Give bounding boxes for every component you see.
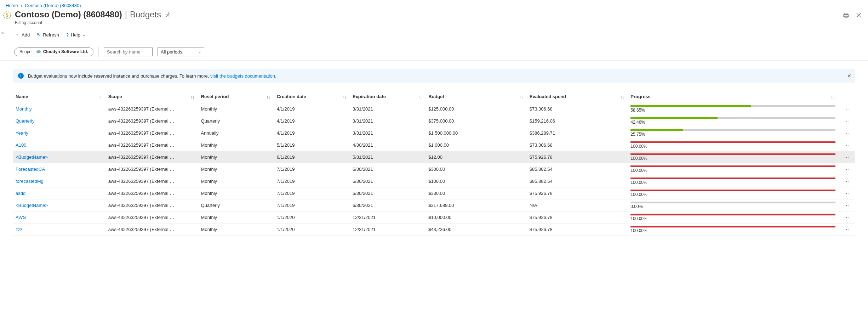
cell-reset: Monthly (198, 151, 274, 163)
row-context-menu-button[interactable]: ⋯ (838, 175, 855, 187)
col-header-reset[interactable]: Reset period↑↓ (198, 91, 274, 103)
cell-spend: $75,926.78 (527, 187, 628, 199)
col-header-creation[interactable]: Creation date↑↓ (274, 91, 350, 103)
table-row[interactable]: <BudgetName>aws-432263259397 (External …… (13, 199, 855, 212)
info-text-pre: Budget evaluations now include reserved … (28, 73, 210, 79)
row-context-menu-button[interactable]: ⋯ (838, 115, 855, 127)
row-context-menu-button[interactable]: ⋯ (838, 139, 855, 151)
table-row[interactable]: A100aws-432263259397 (External …Monthly5… (13, 139, 855, 151)
table-row[interactable]: <BudgetName>aws-432263259397 (External …… (13, 151, 855, 163)
budget-name-link[interactable]: zzz (16, 227, 23, 232)
row-context-menu-button[interactable]: ⋯ (838, 224, 855, 236)
chevron-right-icon: › (21, 4, 22, 8)
cell-budget: $317,688.00 (426, 199, 527, 212)
svg-rect-3 (844, 15, 849, 17)
svg-point-6 (39, 50, 40, 52)
budget-name-link[interactable]: AWS (16, 215, 26, 220)
cell-budget: $375,000.00 (426, 115, 527, 127)
sort-icon: ↑↓ (620, 95, 624, 99)
progress-label: 100.00% (630, 216, 835, 221)
col-header-scope[interactable]: Scope↑↓ (105, 91, 198, 103)
table-row[interactable]: AWSaws-432263259397 (External …Monthly1/… (13, 212, 855, 224)
page-title: Contoso (Demo) (8608480) | Budgets (15, 10, 172, 19)
budget-name-link[interactable]: <BudgetName> (16, 203, 48, 208)
breadcrumb-home[interactable]: Home (6, 3, 18, 8)
table-row[interactable]: ForecastedCAaws-432263259397 (External …… (13, 163, 855, 175)
progress-label: 100.00% (630, 156, 835, 161)
cell-expiration-date: 6/30/2021 (350, 175, 426, 187)
col-header-spend[interactable]: Evaluated spend↑↓ (527, 91, 628, 103)
help-label: Help (71, 32, 80, 38)
help-button[interactable]: ? Help ⌄ (65, 31, 86, 39)
progress-bar (630, 129, 835, 131)
breadcrumb-current[interactable]: Contoso (Demo) (8608480) (25, 3, 81, 8)
table-row[interactable]: Monthlyaws-432263259397 (External …Month… (13, 103, 855, 115)
cell-budget: $10,000.00 (426, 212, 527, 224)
sort-icon: ↑↓ (519, 95, 523, 99)
budget-name-link[interactable]: asdd (16, 191, 25, 196)
col-header-budget[interactable]: Budget↑↓ (426, 91, 527, 103)
row-context-menu-button[interactable]: ⋯ (838, 151, 855, 163)
cell-progress: 100.00% (628, 163, 838, 175)
budget-name-link[interactable]: A100 (16, 142, 26, 148)
period-select[interactable]: All periods ⌄ (158, 47, 204, 56)
dismiss-banner-button[interactable]: ✕ (847, 73, 851, 79)
budget-name-link[interactable]: forecastedMg (16, 179, 44, 184)
col-header-progress[interactable]: Progress↑↓ (628, 91, 838, 103)
col-header-expiration[interactable]: Expiration date↑↓ (350, 91, 426, 103)
print-icon[interactable] (843, 12, 850, 19)
cell-creation-date: 7/1/2019 (274, 199, 350, 212)
svg-rect-2 (844, 13, 848, 15)
table-row[interactable]: Quarterlyaws-432263259397 (External …Qua… (13, 115, 855, 127)
progress-label: 25.75% (630, 132, 835, 137)
sort-icon: ↑↓ (342, 95, 346, 99)
refresh-button[interactable]: ↻ Refresh (36, 31, 60, 39)
svg-text:$: $ (6, 13, 8, 18)
command-bar: ＋ Add ↻ Refresh ? Help ⌄ (0, 28, 868, 43)
cell-budget: $125,000.00 (426, 103, 527, 115)
info-link[interactable]: visit the budgets documentation (210, 73, 275, 79)
row-context-menu-button[interactable]: ⋯ (838, 163, 855, 175)
billing-account-icon: $ (3, 11, 11, 19)
pin-icon[interactable] (164, 10, 172, 19)
cell-spend: $386,289.71 (527, 127, 628, 139)
cell-budget: $100.00 (426, 175, 527, 187)
cell-expiration-date: 3/31/2021 (350, 103, 426, 115)
row-context-menu-button[interactable]: ⋯ (838, 103, 855, 115)
budget-name-link[interactable]: ForecastedCA (16, 167, 45, 172)
row-context-menu-button[interactable]: ⋯ (838, 187, 855, 199)
budgets-table: Name↑↓ Scope↑↓ Reset period↑↓ Creation d… (13, 91, 855, 236)
info-text-post: . (275, 73, 276, 79)
table-row[interactable]: asddaws-432263259397 (External …Monthly7… (13, 187, 855, 199)
cell-expiration-date: 5/31/2021 (350, 151, 426, 163)
progress-bar (630, 214, 835, 215)
budget-name-link[interactable]: Monthly (16, 106, 32, 112)
row-context-menu-button[interactable]: ⋯ (838, 127, 855, 139)
scope-value: Cloudyn Software Ltd. (43, 49, 88, 54)
budget-name-link[interactable]: Yearly (16, 130, 28, 136)
close-icon[interactable] (855, 12, 862, 19)
progress-label: 0.00% (630, 204, 835, 209)
progress-bar (630, 226, 835, 227)
col-header-name[interactable]: Name↑↓ (13, 91, 105, 103)
expand-chevron-icon[interactable]: » (1, 30, 4, 35)
row-context-menu-button[interactable]: ⋯ (838, 199, 855, 212)
divider (98, 47, 99, 57)
table-row[interactable]: Yearlyaws-432263259397 (External …Annual… (13, 127, 855, 139)
budget-name-link[interactable]: Quarterly (16, 118, 34, 124)
cell-scope: aws-432263259397 (External … (105, 175, 198, 187)
row-context-menu-button[interactable]: ⋯ (838, 212, 855, 224)
budget-name-link[interactable]: <BudgetName> (16, 154, 48, 160)
cell-expiration-date: 6/30/2021 (350, 163, 426, 175)
cell-expiration-date: 3/31/2021 (350, 127, 426, 139)
breadcrumb: Home › Contoso (Demo) (8608480) (0, 0, 868, 10)
scope-selector[interactable]: Scope : Cloudyn Software Ltd. (14, 47, 93, 56)
chevron-down-icon: ⌄ (198, 50, 201, 54)
info-banner: i Budget evaluations now include reserve… (13, 69, 855, 83)
table-row[interactable]: zzzaws-432263259397 (External …Monthly1/… (13, 224, 855, 236)
filter-bar: Scope : Cloudyn Software Ltd. All period… (0, 43, 868, 61)
search-input[interactable] (104, 47, 153, 56)
add-button[interactable]: ＋ Add (14, 30, 30, 39)
table-row[interactable]: forecastedMgaws-432263259397 (External …… (13, 175, 855, 187)
progress-label: 100.00% (630, 228, 835, 233)
